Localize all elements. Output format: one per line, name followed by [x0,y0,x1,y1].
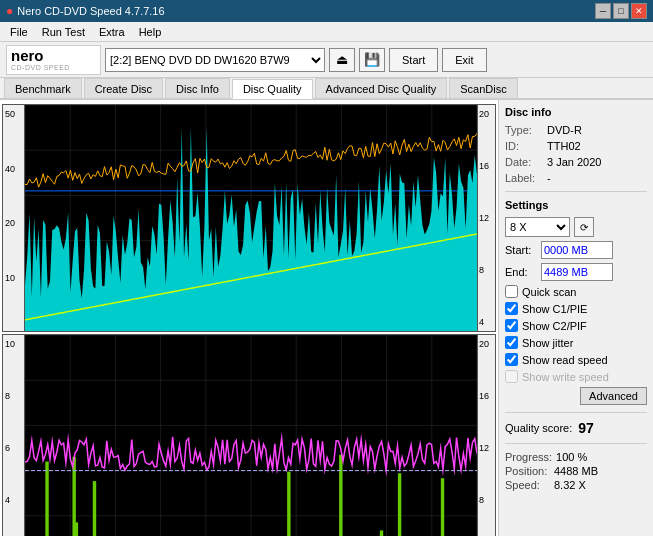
speed-value: 8.32 X [554,479,586,491]
y-label: 20 [479,339,494,349]
end-mb-label: End: [505,266,537,278]
progress-label: Progress: [505,451,552,463]
show-c2-pif-checkbox[interactable] [505,319,518,332]
end-mb-row: End: [505,263,647,281]
close-button[interactable]: ✕ [631,3,647,19]
tab-benchmark[interactable]: Benchmark [4,78,82,98]
position-value: 4488 MB [554,465,598,477]
maximize-button[interactable]: □ [613,3,629,19]
toolbar: nero CD-DVD SPEED [2:2] BENQ DVD DD DW16… [0,42,653,78]
tab-scan-disc[interactable]: ScanDisc [449,78,517,98]
quality-score-value: 97 [578,420,594,436]
quick-scan-checkbox[interactable] [505,285,518,298]
app-icon: ● [6,4,13,18]
position-label: Position: [505,465,550,477]
disc-type-row: Type: DVD-R [505,124,647,136]
upper-chart: 50 40 20 10 20 16 12 8 4 [2,104,496,332]
menu-file[interactable]: File [4,25,34,39]
end-mb-input[interactable] [541,263,613,281]
menu-run-test[interactable]: Run Test [36,25,91,39]
quality-score-row: Quality score: 97 [505,420,647,436]
disc-label-label: Label: [505,172,543,184]
disc-type-label: Type: [505,124,543,136]
progress-row: Progress: 100 % [505,451,647,463]
drive-selector[interactable]: [2:2] BENQ DVD DD DW1620 B7W9 [105,48,325,72]
y-label: 50 [5,109,22,119]
charts-container: 50 40 20 10 20 16 12 8 4 [0,100,498,536]
start-mb-input[interactable] [541,241,613,259]
settings-refresh-button[interactable]: ⟳ [574,217,594,237]
tab-bar: Benchmark Create Disc Disc Info Disc Qua… [0,78,653,100]
speed-selector[interactable]: 8 X Max 2 X 4 X 12 X 16 X [505,217,570,237]
disc-date-row: Date: 3 Jan 2020 [505,156,647,168]
start-mb-row: Start: [505,241,647,259]
upper-chart-y-left: 50 40 20 10 [3,105,25,331]
tab-advanced-disc-quality[interactable]: Advanced Disc Quality [315,78,448,98]
quick-scan-row: Quick scan [505,285,647,298]
tab-disc-quality[interactable]: Disc Quality [232,79,313,99]
y-label: 12 [479,443,494,453]
progress-section: Progress: 100 % Position: 4488 MB Speed:… [505,451,647,491]
progress-value: 100 % [556,451,587,463]
speed-row: Speed: 8.32 X [505,479,647,491]
disc-label-value: - [547,172,551,184]
divider-3 [505,443,647,444]
y-label: 16 [479,391,494,401]
divider-1 [505,191,647,192]
left-panel: 50 40 20 10 20 16 12 8 4 [0,100,498,536]
advanced-button[interactable]: Advanced [580,387,647,405]
show-jitter-label: Show jitter [522,337,573,349]
app-title: Nero CD-DVD Speed 4.7.7.16 [17,5,164,17]
show-read-speed-row: Show read speed [505,353,647,366]
show-jitter-row: Show jitter [505,336,647,349]
disc-date-label: Date: [505,156,543,168]
disc-id-value: TTH02 [547,140,581,152]
divider-2 [505,412,647,413]
show-read-speed-label: Show read speed [522,354,608,366]
lower-chart-canvas [25,335,477,536]
settings-title: Settings [505,199,647,211]
position-row: Position: 4488 MB [505,465,647,477]
menu-extra[interactable]: Extra [93,25,131,39]
nero-logo: nero CD-DVD SPEED [6,45,101,75]
disc-id-label: ID: [505,140,543,152]
upper-chart-y-right: 20 16 12 8 4 [477,105,495,331]
advanced-btn-container: Advanced [505,387,647,405]
quality-score-label: Quality score: [505,422,572,434]
start-button[interactable]: Start [389,48,438,72]
y-label: 20 [5,218,22,228]
save-button[interactable]: 💾 [359,48,385,72]
disc-info-title: Disc info [505,106,647,118]
show-jitter-checkbox[interactable] [505,336,518,349]
show-c1-pie-checkbox[interactable] [505,302,518,315]
title-bar-left: ● Nero CD-DVD Speed 4.7.7.16 [6,4,165,18]
eject-button[interactable]: ⏏ [329,48,355,72]
show-c1-row: Show C1/PIE [505,302,647,315]
nero-logo-text: nero [11,48,44,65]
menu-help[interactable]: Help [133,25,168,39]
disc-type-value: DVD-R [547,124,582,136]
y-label: 16 [479,161,494,171]
y-label: 4 [5,495,22,505]
quick-scan-label: Quick scan [522,286,576,298]
show-read-speed-checkbox[interactable] [505,353,518,366]
nero-logo-sub: CD-DVD SPEED [11,64,70,71]
y-label: 20 [479,109,494,119]
lower-chart-y-right: 20 16 12 8 4 [477,335,495,536]
lower-chart: 10 8 6 4 2 20 16 12 8 4 [2,334,496,536]
disc-id-row: ID: TTH02 [505,140,647,152]
show-c1-pie-label: Show C1/PIE [522,303,587,315]
y-label: 12 [479,213,494,223]
tab-disc-info[interactable]: Disc Info [165,78,230,98]
disc-label-row: Label: - [505,172,647,184]
y-label: 6 [5,443,22,453]
exit-button[interactable]: Exit [442,48,486,72]
minimize-button[interactable]: ─ [595,3,611,19]
menu-bar: File Run Test Extra Help [0,22,653,42]
show-c2-pif-label: Show C2/PIF [522,320,587,332]
settings-speed-row: 8 X Max 2 X 4 X 12 X 16 X ⟳ [505,217,647,237]
upper-chart-canvas [25,105,477,331]
main-content: 50 40 20 10 20 16 12 8 4 [0,100,653,536]
tab-create-disc[interactable]: Create Disc [84,78,163,98]
show-write-speed-checkbox [505,370,518,383]
